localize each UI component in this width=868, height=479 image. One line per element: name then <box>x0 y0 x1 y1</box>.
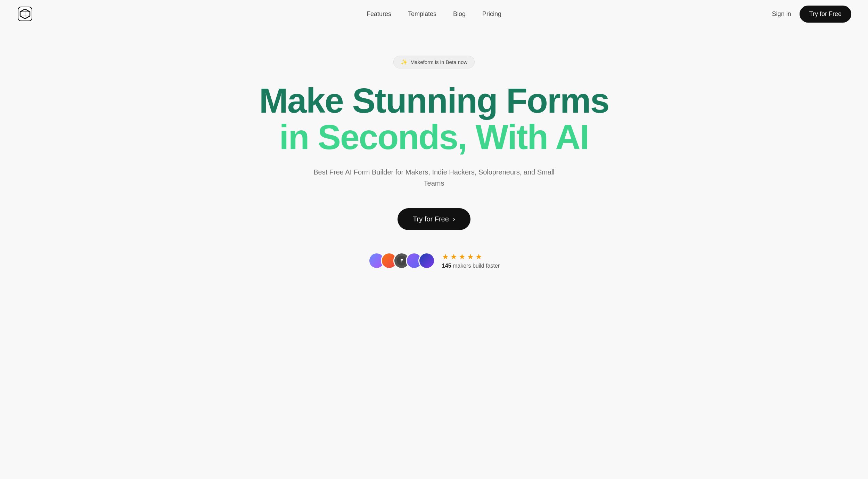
hero-heading: Make Stunning Forms in Seconds, With AI <box>259 82 609 155</box>
nav-item-pricing[interactable]: Pricing <box>482 10 501 18</box>
nav-item-features[interactable]: Features <box>367 10 391 18</box>
star-5: ★ <box>475 252 482 261</box>
logo-icon <box>17 6 33 22</box>
star-1: ★ <box>442 252 449 261</box>
star-3: ★ <box>459 252 466 261</box>
makers-label: makers build faster <box>453 263 500 269</box>
hero-section: ✨ Makeform is in Beta now Make Stunning … <box>0 28 868 290</box>
nav-item-blog[interactable]: Blog <box>453 10 466 18</box>
nav-links: Features Templates Blog Pricing <box>367 10 501 18</box>
hero-subheading: Best Free AI Form Builder for Makers, In… <box>312 167 556 189</box>
sign-in-button[interactable]: Sign in <box>772 10 791 18</box>
rating-section: ★ ★ ★ ★ ★ 145 makers build faster <box>442 252 500 269</box>
nav-link-features[interactable]: Features <box>367 10 391 17</box>
star-2: ★ <box>450 252 457 261</box>
beta-badge-text: Makeform is in Beta now <box>410 59 467 65</box>
nav-link-pricing[interactable]: Pricing <box>482 10 501 17</box>
logo[interactable] <box>17 6 33 22</box>
beta-badge: ✨ Makeform is in Beta now <box>393 56 475 68</box>
nav-link-blog[interactable]: Blog <box>453 10 466 17</box>
svg-text:F: F <box>400 259 403 263</box>
try-free-hero-label: Try for Free <box>413 215 449 223</box>
try-free-hero-button[interactable]: Try for Free › <box>398 208 470 230</box>
sparkle-icon: ✨ <box>401 59 408 65</box>
makers-count: 145 <box>442 263 451 269</box>
star-4: ★ <box>467 252 474 261</box>
nav-actions: Sign in Try for Free <box>772 6 851 23</box>
makers-count-text: 145 makers build faster <box>442 263 500 269</box>
nav-item-templates[interactable]: Templates <box>408 10 436 18</box>
nav-link-templates[interactable]: Templates <box>408 10 436 17</box>
avatar <box>418 252 435 269</box>
navbar: Features Templates Blog Pricing Sign in … <box>0 0 868 28</box>
hero-heading-line1: Make Stunning Forms <box>259 81 609 120</box>
social-proof: F ★ ★ ★ ★ ★ 145 makers build faster <box>368 252 500 269</box>
avatar-group: F <box>368 252 435 269</box>
try-free-nav-button[interactable]: Try for Free <box>800 6 851 23</box>
star-rating: ★ ★ ★ ★ ★ <box>442 252 500 261</box>
chevron-right-icon: › <box>453 216 455 223</box>
hero-heading-line2: in Seconds, With AI <box>279 117 589 156</box>
